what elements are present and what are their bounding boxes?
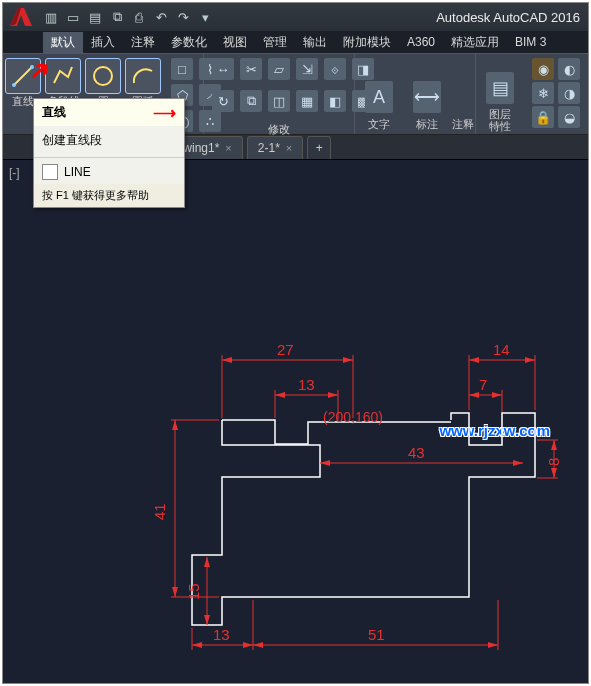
svg-marker-30 [551, 440, 557, 450]
tab-insert[interactable]: 插入 [83, 32, 123, 53]
quick-access-toolbar: ▥ ▭ ▤ ⧉ ⎙ ↶ ↷ ▾ [39, 9, 217, 25]
tab-view[interactable]: 视图 [215, 32, 255, 53]
svg-marker-38 [204, 557, 210, 567]
tool-dimension[interactable]: ⟷标注 [403, 54, 451, 134]
dim-14: 14 [493, 341, 510, 358]
coord-anno: (200,160) [323, 409, 383, 425]
ribbon-panel-annotate: A文字 ⟷标注 注释 [355, 54, 476, 134]
tooltip-body: 创建直线段 [34, 126, 184, 155]
svg-point-3 [94, 67, 112, 85]
layer-icon[interactable]: ◑ [558, 82, 580, 104]
qat-plot-icon[interactable]: ⎙ [131, 9, 147, 25]
svg-marker-36 [172, 587, 178, 597]
modify-icon[interactable]: ⇲ [296, 58, 318, 80]
dim-7: 7 [479, 376, 487, 393]
drawing-viewport[interactable]: [-] www.rjzxw.com 27 14 [3, 160, 588, 682]
layer-icon[interactable]: ◉ [532, 58, 554, 80]
qat-save-icon[interactable]: ▤ [87, 9, 103, 25]
tab-addins[interactable]: 附加模块 [335, 32, 399, 53]
drawing-svg: 27 14 13 7 43 8 [3, 160, 588, 682]
dim-41: 41 [151, 503, 168, 520]
tab-featured[interactable]: 精选应用 [443, 32, 507, 53]
svg-marker-22 [469, 392, 479, 398]
tab-output[interactable]: 输出 [295, 32, 335, 53]
tab-parametric[interactable]: 参数化 [163, 32, 215, 53]
layer-icon[interactable]: ◒ [558, 106, 580, 128]
annotation-arrow-icon: ⟶ [153, 103, 176, 122]
svg-marker-25 [320, 460, 330, 466]
svg-line-0 [14, 67, 32, 85]
tool-text[interactable]: A文字 [355, 54, 403, 134]
modify-icon[interactable]: ▱ [268, 58, 290, 80]
dim-15: 15 [185, 583, 202, 600]
layer-icon[interactable]: ❄ [532, 82, 554, 104]
ribbon-panel-layers: ▤图层 特性 ◉ ❄ 🔒 ◐ ◑ ◒ [476, 54, 589, 134]
qat-open-icon[interactable]: ▭ [65, 9, 81, 25]
qat-undo-icon[interactable]: ↶ [153, 9, 169, 25]
svg-marker-31 [551, 468, 557, 478]
line-tooltip: 直线 ⟶ 创建直线段 LINE 按 F1 键获得更多帮助 [33, 98, 185, 208]
ribbon-tabs: 默认 插入 注释 参数化 视图 管理 输出 附加模块 A360 精选应用 BIM… [3, 31, 588, 53]
svg-marker-44 [243, 642, 253, 648]
dim-13a: 13 [298, 376, 315, 393]
close-icon[interactable]: × [286, 142, 292, 154]
svg-point-2 [30, 65, 34, 69]
svg-marker-13 [469, 357, 479, 363]
qat-new-icon[interactable]: ▥ [43, 9, 59, 25]
qat-more-icon[interactable]: ▾ [197, 9, 213, 25]
svg-marker-39 [204, 615, 210, 625]
svg-marker-48 [488, 642, 498, 648]
svg-marker-19 [328, 392, 338, 398]
svg-marker-9 [343, 357, 353, 363]
modify-icon[interactable]: ▦ [296, 90, 318, 112]
modify-icon[interactable]: ◧ [324, 90, 346, 112]
svg-marker-8 [222, 357, 232, 363]
dim-13b: 13 [213, 626, 230, 643]
modify-icon[interactable]: ◫ [268, 90, 290, 112]
tool-text-label: 文字 [368, 117, 390, 132]
app-logo[interactable] [3, 3, 39, 31]
dim-27: 27 [277, 341, 294, 358]
modify-icon[interactable]: ✂ [240, 58, 262, 80]
ribbon-panel-modify: ↔↻✂ ⧉▱◫ ⇲▦⟐ ◧◨▩ 修改 [204, 54, 355, 134]
qat-saveas-icon[interactable]: ⧉ [109, 9, 125, 25]
tooltip-title: 直线 [42, 104, 66, 121]
modify-icon[interactable]: ⧉ [240, 90, 262, 112]
draw-icon[interactable]: □ [171, 58, 193, 80]
close-icon[interactable]: × [225, 142, 231, 154]
tab-default[interactable]: 默认 [43, 32, 83, 53]
doc-tab[interactable]: 2-1*× [247, 136, 303, 159]
svg-marker-23 [492, 392, 502, 398]
layer-icon[interactable]: ◐ [558, 58, 580, 80]
tab-manage[interactable]: 管理 [255, 32, 295, 53]
layer-icon[interactable]: 🔒 [532, 106, 554, 128]
tab-annotate[interactable]: 注释 [123, 32, 163, 53]
dim-8: 8 [545, 458, 562, 466]
tool-dim-label: 标注 [416, 117, 438, 132]
modify-icon[interactable]: ↔ [212, 58, 234, 80]
panel-label-annotate: 注释 [451, 117, 475, 134]
tool-line-label: 直线 [12, 94, 34, 109]
tab-a360[interactable]: A360 [399, 33, 443, 51]
svg-point-1 [12, 83, 16, 87]
panel-label-modify: 修改 [204, 122, 354, 139]
qat-redo-icon[interactable]: ↷ [175, 9, 191, 25]
command-icon [42, 164, 58, 180]
dim-43: 43 [408, 444, 425, 461]
app-title: Autodesk AutoCAD 2016 [436, 10, 588, 25]
svg-marker-43 [192, 642, 202, 648]
modify-icon[interactable]: ⟐ [324, 58, 346, 80]
svg-marker-14 [525, 357, 535, 363]
svg-marker-47 [253, 642, 263, 648]
tab-label: 2-1* [258, 141, 280, 155]
svg-marker-18 [275, 392, 285, 398]
title-bar: ▥ ▭ ▤ ⧉ ⎙ ↶ ↷ ▾ Autodesk AutoCAD 2016 [3, 3, 588, 31]
tool-layer-properties[interactable]: ▤图层 特性 [476, 54, 524, 134]
new-tab-button[interactable]: + [307, 136, 331, 159]
tool-layerprops-label: 图层 特性 [489, 108, 511, 132]
tooltip-help: 按 F1 键获得更多帮助 [34, 184, 184, 207]
svg-marker-35 [172, 420, 178, 430]
svg-marker-26 [513, 460, 523, 466]
tab-bim[interactable]: BIM 3 [507, 33, 554, 51]
modify-icon[interactable]: ↻ [212, 90, 234, 112]
